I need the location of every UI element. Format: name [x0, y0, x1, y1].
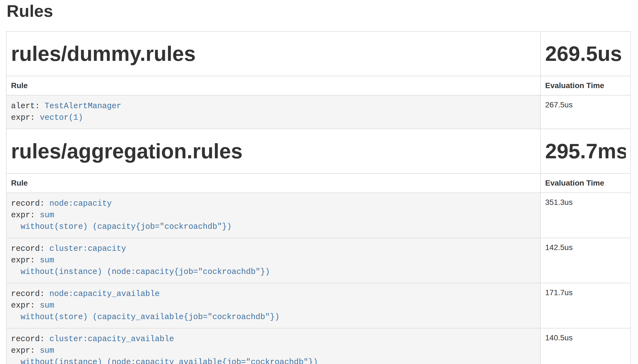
record-name-link[interactable]: cluster:capacity [49, 244, 126, 253]
rule-evaluation-time: 351.3us [540, 193, 631, 238]
rule-cell: record: node:capacity expr: sum without(… [6, 193, 540, 238]
rules-page: Rules rules/dummy.rules 269.5us Rule Eva… [0, 0, 638, 364]
expr-link[interactable]: sum without(store) (capacity{job="cockro… [11, 211, 232, 231]
record-name-link[interactable]: node:capacity_available [49, 289, 160, 298]
rule-keyword-label: record: [11, 199, 49, 208]
alert-name-link[interactable]: TestAlertManager [45, 102, 121, 111]
group-header-row: rules/dummy.rules 269.5us [6, 31, 631, 76]
rule-column-header: Rule [6, 76, 540, 95]
column-header-row: Rule Evaluation Time [6, 173, 631, 193]
rule-evaluation-time: 171.7us [540, 283, 631, 328]
group-file-cell: rules/dummy.rules [6, 31, 540, 76]
eval-column-header: Evaluation Time [540, 76, 631, 95]
rule-evaluation-time: 267.5us [540, 95, 631, 129]
rule-row: alert: TestAlertManager expr: vector(1) … [6, 95, 631, 129]
expr-link[interactable]: sum without(instance) (node:capacity{job… [11, 256, 270, 276]
record-name-link[interactable]: cluster:capacity_available [49, 335, 174, 344]
rule-cell: alert: TestAlertManager expr: vector(1) [6, 95, 540, 129]
rule-cell: record: cluster:capacity expr: sum witho… [6, 238, 540, 283]
rule-row: record: node:capacity expr: sum without(… [6, 193, 631, 238]
group-file-name: rules/aggregation.rules [11, 139, 536, 163]
expr-link[interactable]: sum without(instance) (node:capacity_ava… [11, 346, 318, 364]
rule-keyword-label: expr: [11, 211, 40, 220]
rule-definition: alert: TestAlertManager expr: vector(1) [11, 100, 536, 124]
rule-definition: record: cluster:capacity_available expr:… [11, 333, 536, 364]
rules-table: rules/dummy.rules 269.5us Rule Evaluatio… [6, 31, 631, 364]
group-eval-cell: 269.5us [540, 31, 631, 76]
expr-link[interactable]: sum without(store) (capacity_available{j… [11, 301, 280, 322]
rule-cell: record: node:capacity_available expr: su… [6, 283, 540, 328]
rule-evaluation-time: 142.5us [540, 238, 631, 283]
expr-link[interactable]: vector(1) [40, 113, 83, 122]
group-eval-cell: 295.7ms [540, 129, 631, 173]
rule-row: record: cluster:capacity expr: sum witho… [6, 238, 631, 283]
rule-definition: record: cluster:capacity expr: sum witho… [11, 243, 536, 278]
page-title: Rules [6, 0, 631, 22]
rule-definition: record: node:capacity expr: sum without(… [11, 198, 536, 233]
rule-keyword-label: record: [11, 244, 49, 253]
rule-keyword-label: expr: [11, 256, 40, 265]
rule-row: record: cluster:capacity_available expr:… [6, 328, 631, 364]
rule-keyword-label: record: [11, 289, 49, 298]
record-name-link[interactable]: node:capacity [49, 199, 112, 208]
rule-definition: record: node:capacity_available expr: su… [11, 288, 536, 323]
group-evaluation-time: 269.5us [545, 42, 626, 66]
rule-row: record: node:capacity_available expr: su… [6, 283, 631, 328]
rule-keyword-label: expr: [11, 113, 40, 122]
group-header-row: rules/aggregation.rules 295.7ms [6, 129, 631, 173]
rule-evaluation-time: 140.5us [540, 328, 631, 364]
rule-keyword-label: alert: [11, 102, 45, 111]
rule-cell: record: cluster:capacity_available expr:… [6, 328, 540, 364]
group-evaluation-time: 295.7ms [545, 139, 626, 163]
rule-keyword-label: expr: [11, 346, 40, 355]
group-file-name: rules/dummy.rules [11, 42, 536, 66]
rule-keyword-label: expr: [11, 301, 40, 310]
column-header-row: Rule Evaluation Time [6, 76, 631, 95]
rule-column-header: Rule [6, 173, 540, 193]
eval-column-header: Evaluation Time [540, 173, 631, 193]
rule-keyword-label: record: [11, 335, 49, 344]
group-file-cell: rules/aggregation.rules [6, 129, 540, 173]
